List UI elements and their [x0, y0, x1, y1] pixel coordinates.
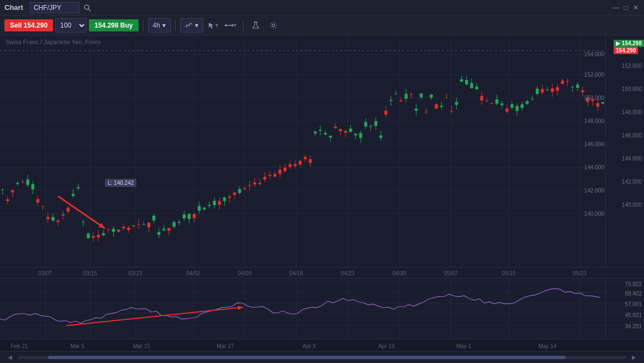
svg-rect-25 [41, 206, 44, 206]
divider-2 [175, 20, 176, 31]
close-btn[interactable]: ✕ [632, 4, 640, 12]
svg-rect-133 [314, 132, 316, 134]
ts-0523: 05/23 [573, 270, 587, 276]
scroll-left-btn[interactable]: ◀ [4, 353, 15, 361]
osc-57: 57.001 [625, 301, 642, 307]
svg-rect-115 [268, 175, 271, 176]
svg-point-7 [272, 24, 275, 26]
svg-rect-103 [238, 189, 241, 193]
tl-apr19: Apr 19 [378, 343, 394, 349]
svg-rect-159 [379, 135, 382, 137]
indicators-btn[interactable]: ▾ [180, 18, 203, 33]
top-bar: Chart — □ ✕ [0, 0, 644, 15]
svg-rect-15 [16, 183, 19, 184]
svg-rect-119 [278, 169, 281, 174]
svg-rect-27 [46, 217, 49, 219]
svg-rect-187 [450, 111, 453, 111]
scroll-bar[interactable] [18, 356, 626, 359]
ts-0515: 05/15 [502, 270, 516, 276]
symbol-search-icon[interactable] [82, 2, 93, 13]
price-152: 152.000 [584, 72, 604, 78]
svg-rect-149 [354, 134, 357, 135]
svg-line-250 [66, 307, 243, 325]
oscillator-svg [0, 279, 605, 339]
flask-btn[interactable] [248, 18, 263, 33]
timeline-bar: Feb 21 Mar 5 Mar 15 Mar 27 Apr 9 Apr 19 … [0, 339, 644, 351]
svg-rect-91 [208, 205, 210, 206]
ts-0323: 03/23 [128, 270, 142, 276]
svg-rect-105 [243, 188, 246, 189]
minimize-btn[interactable]: — [612, 4, 620, 12]
svg-rect-71 [157, 232, 160, 235]
cursor-tool-btn[interactable]: ▾ [205, 18, 221, 33]
ts-0402: 04/02 [186, 270, 200, 276]
buy-button[interactable]: 154.298 Buy [89, 19, 138, 31]
timestamp-bar: 03/07 03/15 03/23 04/02 04/09 04/16 04/2… [0, 267, 644, 278]
settings-icon [270, 22, 277, 29]
svg-rect-93 [213, 201, 215, 205]
ts-0423: 04/23 [341, 270, 355, 276]
osc-68: 68.402 [625, 291, 642, 297]
svg-rect-87 [198, 206, 200, 211]
svg-rect-153 [364, 122, 367, 126]
svg-point-3 [225, 24, 227, 26]
svg-rect-155 [369, 126, 372, 127]
app-title: Chart [4, 3, 23, 12]
osc-79: 79.802 [625, 281, 642, 287]
svg-rect-9 [1, 189, 4, 190]
svg-rect-201 [485, 100, 488, 101]
svg-rect-49 [102, 233, 104, 236]
svg-rect-63 [137, 224, 140, 225]
main-chart[interactable]: Swiss Franc / Japanese Yen, Forex L: 140… [0, 35, 644, 267]
svg-rect-237 [576, 84, 579, 88]
price-axis-146: 146.000 [622, 132, 642, 138]
quantity-select[interactable]: 100 200 500 1000 [55, 18, 87, 33]
svg-rect-81 [183, 215, 186, 218]
ts-0307: 03/07 [38, 270, 52, 276]
svg-rect-143 [339, 129, 342, 131]
svg-rect-141 [334, 127, 337, 129]
svg-rect-21 [31, 184, 34, 190]
svg-rect-65 [142, 225, 145, 225]
svg-point-0 [85, 5, 89, 9]
chevron-down-icon: ▾ [195, 22, 198, 29]
svg-rect-79 [177, 222, 180, 223]
candlestick-svg [0, 35, 605, 267]
sell-button[interactable]: Sell 154.290 [4, 19, 53, 31]
price-144: 144.000 [584, 164, 604, 170]
svg-rect-39 [77, 187, 80, 188]
tl-feb21: Feb 21 [10, 343, 28, 349]
svg-rect-147 [349, 129, 352, 132]
svg-rect-127 [299, 161, 302, 165]
symbol-input[interactable] [30, 2, 80, 13]
ts-0416: 04/16 [289, 270, 303, 276]
svg-rect-213 [515, 106, 518, 111]
right-price-axis: 154.000 152.000 150.000 148.000 146.000 … [605, 35, 644, 267]
price-154: 154.000 [584, 51, 604, 57]
timeframe-selector[interactable]: 4h ▾ [148, 18, 171, 33]
chart-container: Swiss Franc / Japanese Yen, Forex L: 140… [0, 35, 644, 363]
svg-rect-173 [415, 109, 418, 111]
svg-rect-69 [152, 216, 155, 221]
svg-rect-183 [440, 106, 442, 107]
svg-rect-107 [248, 185, 251, 186]
line-tool-btn[interactable]: ▾ [223, 18, 239, 33]
price-140: 140.000 [584, 211, 604, 217]
price-axis-148: 148.000 [622, 109, 642, 115]
price-148: 148.000 [584, 118, 604, 124]
maximize-btn[interactable]: □ [622, 4, 630, 12]
svg-rect-217 [526, 101, 529, 104]
scroll-right-btn[interactable]: ▶ [629, 353, 640, 361]
scroll-thumb[interactable] [48, 356, 566, 359]
svg-rect-53 [112, 229, 115, 232]
bottom-nav: ◀ ▶ [0, 351, 644, 363]
svg-rect-83 [188, 214, 191, 219]
settings-btn[interactable] [266, 18, 281, 33]
tl-apr9: Apr 9 [303, 343, 316, 349]
svg-line-248 [58, 196, 105, 228]
svg-rect-35 [67, 208, 70, 212]
svg-rect-219 [531, 99, 534, 99]
ts-0430: 04/30 [392, 270, 406, 276]
svg-rect-29 [51, 217, 54, 220]
svg-rect-125 [294, 164, 297, 166]
